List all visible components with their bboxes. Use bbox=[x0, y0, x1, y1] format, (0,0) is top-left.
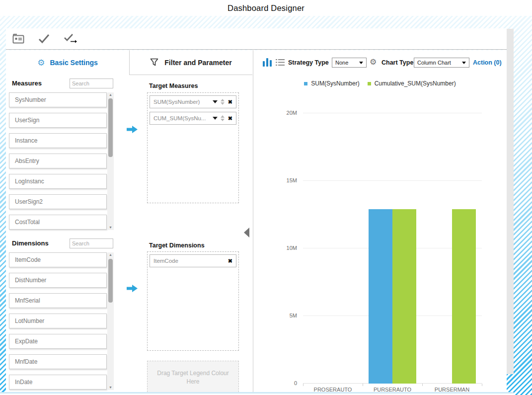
list-item[interactable]: MnfSerial bbox=[9, 293, 107, 308]
legend-series-name: SUM(SysNumber) bbox=[311, 80, 359, 87]
form-folder-button[interactable] bbox=[11, 32, 26, 46]
chevron-down-icon[interactable] bbox=[213, 117, 218, 120]
target-measure-value: SUM(SysNumber) bbox=[153, 99, 212, 105]
dimensions-list: ItemCode DistNumber MnfSerial LotNumber … bbox=[9, 252, 107, 395]
filter-parameter-header: Filter and Parameter bbox=[129, 50, 252, 75]
gear-icon[interactable]: ⚙ bbox=[370, 57, 377, 67]
collapse-panel-icon[interactable] bbox=[244, 228, 249, 237]
dimensions-search-input[interactable] bbox=[70, 238, 113, 248]
chart-type-value: Column Chart bbox=[417, 60, 459, 66]
y-axis: 05M10M15M20M bbox=[253, 50, 297, 392]
measures-list: SysNumber UserSign Instance AbsEntry Log… bbox=[9, 92, 107, 235]
list-item[interactable]: ExpDate bbox=[9, 334, 107, 349]
dimensions-scrollbar[interactable]: ▲ ▼ bbox=[107, 252, 114, 390]
measures-label: Measures bbox=[12, 79, 42, 87]
remove-icon[interactable]: ✖ bbox=[228, 116, 232, 121]
x-axis-tick bbox=[482, 384, 482, 386]
target-measure-row[interactable]: CUM_SUM(SysNu... ✖ bbox=[150, 112, 236, 125]
scroll-down-icon[interactable]: ▼ bbox=[107, 385, 114, 390]
basic-settings-label: Basic Settings bbox=[50, 59, 97, 67]
chart-panel: Strategy Type None ⚙ Chart Type Column C… bbox=[253, 50, 507, 392]
category-slot bbox=[363, 113, 422, 384]
target-measure-value: CUM_SUM(SysNu... bbox=[153, 115, 212, 121]
legend-item[interactable]: Cumulative_SUM(SysNumber) bbox=[368, 80, 456, 87]
measures-scrollbar[interactable]: ▲ ▼ bbox=[107, 92, 114, 230]
check-arrow-button[interactable] bbox=[63, 32, 77, 46]
target-dimension-value: ItemCode bbox=[153, 258, 228, 264]
check-icon bbox=[38, 34, 50, 44]
legend-series-name: Cumulative_SUM(SysNumber) bbox=[375, 80, 456, 87]
check-arrow-icon bbox=[63, 33, 77, 44]
strategy-type-select[interactable]: None bbox=[332, 58, 367, 68]
list-item[interactable]: LogInstanc bbox=[9, 174, 107, 189]
form-folder-icon bbox=[12, 33, 25, 44]
gear-icon: ⚙ bbox=[37, 58, 45, 68]
filter-parameter-panel: Filter and Parameter Target Measures SUM… bbox=[129, 50, 253, 392]
main-content: ⚙ Basic Settings Measures SysNumber User… bbox=[6, 50, 507, 392]
target-dimensions-dropzone[interactable]: ItemCode ✖ bbox=[147, 251, 239, 351]
reorder-icon[interactable] bbox=[221, 99, 225, 105]
legend-item[interactable]: SUM(SysNumber) bbox=[304, 80, 359, 87]
bar[interactable] bbox=[392, 209, 416, 384]
list-item[interactable]: SysNumber bbox=[9, 92, 107, 107]
y-axis-tick-label: 20M bbox=[287, 110, 297, 116]
chevron-down-icon[interactable] bbox=[213, 100, 218, 103]
legend-drop-label: Drag Target Legend Colour Here bbox=[156, 369, 230, 386]
title-bar: Dashboard Designer bbox=[0, 0, 532, 16]
scrollbar-thumb[interactable] bbox=[108, 98, 113, 157]
check-button[interactable] bbox=[37, 32, 52, 46]
toolbar bbox=[6, 28, 507, 50]
list-item[interactable]: MnfDate bbox=[9, 354, 107, 369]
list-item[interactable]: DistNumber bbox=[9, 273, 107, 288]
scroll-up-icon[interactable]: ▲ bbox=[107, 92, 114, 97]
legend-swatch bbox=[304, 82, 307, 85]
legend-swatch bbox=[368, 82, 371, 85]
bar[interactable] bbox=[452, 209, 476, 384]
chevron-down-icon bbox=[359, 62, 363, 64]
strategy-type-value: None bbox=[335, 60, 357, 66]
filter-parameter-label: Filter and Parameter bbox=[164, 59, 231, 67]
scroll-down-icon[interactable]: ▼ bbox=[107, 225, 114, 230]
chart-plot bbox=[303, 113, 482, 384]
list-item[interactable]: ItemCode bbox=[9, 252, 107, 267]
scrollbar-thumb[interactable] bbox=[108, 259, 113, 303]
chart-type-select[interactable]: Column Chart bbox=[414, 58, 469, 68]
action-link[interactable]: Action (0) bbox=[473, 59, 502, 66]
category-slot bbox=[422, 113, 482, 384]
list-item[interactable]: CostTotal bbox=[9, 215, 107, 230]
remove-icon[interactable]: ✖ bbox=[228, 258, 232, 264]
chevron-down-icon bbox=[462, 62, 466, 64]
x-axis-tick bbox=[303, 384, 304, 386]
target-dimensions-label: Target Dimensions bbox=[149, 242, 205, 249]
chart-type-label: Chart Type bbox=[381, 59, 413, 66]
y-axis-tick-label: 5M bbox=[290, 313, 297, 318]
target-measures-dropzone[interactable]: SUM(SysNumber) ✖ CUM_SUM(SysNu... ✖ bbox=[147, 92, 239, 203]
dimensions-label: Dimensions bbox=[12, 239, 49, 247]
list-item[interactable]: UserSign bbox=[9, 113, 107, 128]
page-title: Dashboard Designer bbox=[228, 3, 304, 13]
y-axis-tick-label: 0 bbox=[294, 380, 297, 386]
bar[interactable] bbox=[369, 209, 392, 384]
target-measure-row[interactable]: SUM(SysNumber) ✖ bbox=[150, 95, 236, 108]
basic-settings-header[interactable]: ⚙ Basic Settings bbox=[6, 50, 129, 75]
scroll-up-icon[interactable]: ▲ bbox=[107, 252, 114, 257]
x-axis-tick bbox=[422, 384, 423, 386]
reorder-icon[interactable] bbox=[221, 115, 225, 121]
list-item[interactable]: UserSign2 bbox=[9, 194, 107, 209]
y-axis-tick-label: 15M bbox=[287, 177, 297, 183]
remove-icon[interactable]: ✖ bbox=[228, 99, 232, 105]
x-axis-tick bbox=[363, 384, 363, 386]
list-item[interactable]: InDate bbox=[9, 375, 107, 390]
list-item[interactable]: LotNumber bbox=[9, 314, 107, 328]
list-item[interactable]: AbsEntry bbox=[9, 154, 107, 168]
funnel-icon bbox=[150, 58, 158, 67]
target-dimension-row[interactable]: ItemCode ✖ bbox=[150, 254, 236, 267]
basic-settings-panel: ⚙ Basic Settings Measures SysNumber User… bbox=[6, 50, 129, 392]
measures-search-input[interactable] bbox=[70, 79, 113, 88]
page-scrollbar-track[interactable] bbox=[507, 29, 514, 374]
target-measures-label: Target Measures bbox=[149, 82, 198, 89]
dashboard-designer-window: Dashboard Designer bbox=[0, 0, 532, 395]
y-axis-tick-label: 10M bbox=[287, 245, 297, 251]
list-item[interactable]: Instance bbox=[9, 133, 107, 148]
legend-colour-dropzone[interactable]: Drag Target Legend Colour Here bbox=[147, 361, 239, 395]
